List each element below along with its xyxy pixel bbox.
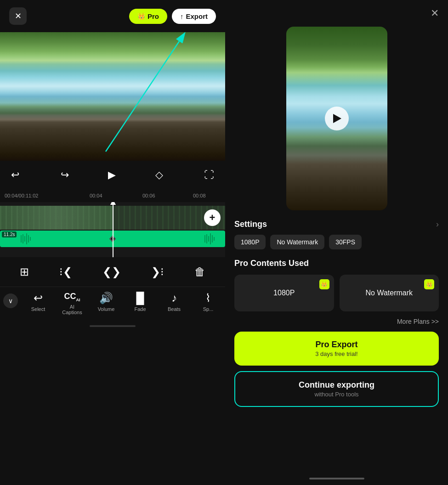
pro-export-title: Pro Export — [315, 340, 357, 350]
top-bar: ✕ 👑 Pro ↑ Export — [0, 0, 225, 32]
pro-crown-2: 👑 — [424, 279, 434, 289]
pro-export-button[interactable]: Pro Export 3 days free trial! — [234, 332, 439, 366]
export-label: Export — [186, 12, 208, 20]
continue-export-button[interactable]: Continue exporting without Pro tools — [234, 371, 439, 407]
caption-tool-button[interactable]: ⊞ — [15, 264, 34, 280]
left-close-button[interactable]: ✕ — [9, 7, 27, 25]
pro-export-sub: 3 days free trial! — [315, 350, 358, 357]
fullscreen-button[interactable]: ⛶ — [202, 167, 216, 183]
pro-cards: 1080P 👑 No Watermark 👑 — [234, 275, 439, 311]
settings-header: Settings › — [234, 220, 439, 229]
settings-title: Settings — [234, 220, 267, 229]
collapse-button[interactable]: ∨ — [3, 293, 18, 308]
pro-contents-title: Pro Contents Used — [234, 259, 439, 268]
bottom-padding — [225, 479, 448, 485]
time-current: 00:04/00:11:02 — [5, 193, 38, 198]
delete-button[interactable]: 🗑 — [190, 264, 210, 280]
speed-label: Sp... — [203, 306, 214, 312]
time-mark-2: 00:06 — [142, 193, 155, 198]
fade-label: Fade — [134, 306, 146, 312]
pro-label: Pro — [147, 12, 159, 20]
play-triangle-icon — [333, 114, 341, 123]
ai-captions-icon: CCAI — [64, 292, 80, 302]
cta-section: Pro Export 3 days free trial! Continue e… — [225, 332, 448, 407]
continue-export-title: Continue exporting — [299, 380, 374, 390]
settings-section: Settings › 1080P No Watermark 30FPS — [225, 220, 448, 249]
pill-30fps[interactable]: 30FPS — [329, 235, 362, 249]
continue-export-sub: without Pro tools — [314, 391, 358, 398]
left-panel: ✕ 👑 Pro ↑ Export — [0, 0, 225, 485]
tool-ai-captions[interactable]: CCAI AICaptions — [58, 292, 86, 315]
tool-volume[interactable]: 🔊 Volume — [92, 292, 120, 312]
beats-label: Beats — [168, 306, 181, 312]
settings-pills: 1080P No Watermark 30FPS — [234, 235, 439, 249]
video-preview — [0, 32, 225, 161]
time-mark-3: 00:08 — [193, 193, 206, 198]
export-icon: ↑ — [180, 12, 184, 20]
beats-icon: ♪ — [171, 292, 177, 305]
pro-card-no-watermark: No Watermark 👑 — [340, 275, 439, 311]
add-clip-button[interactable]: + — [204, 209, 221, 226]
edit-toolbar: ⊞ ⁝❮ ❮❯ ❯⁝ 🗑 — [0, 257, 225, 287]
right-top-bar: ✕ — [225, 0, 448, 27]
select-icon: ↩ — [34, 292, 43, 305]
trim-right-button[interactable]: ❯⁝ — [147, 264, 169, 280]
video-track-left — [0, 206, 113, 230]
chevron-down-icon: ∨ — [8, 297, 13, 305]
pro-button[interactable]: 👑 Pro — [129, 9, 167, 24]
svg-line-1 — [106, 41, 179, 152]
export-button[interactable]: ↑ Export — [172, 9, 216, 24]
pill-no-watermark[interactable]: No Watermark — [270, 235, 324, 249]
volume-icon: 🔊 — [99, 292, 113, 305]
redo-button[interactable]: ↪ — [59, 167, 71, 183]
tool-speed[interactable]: ⌇ Sp... — [194, 292, 222, 312]
split-button[interactable]: ❮❯ — [98, 264, 125, 280]
right-close-button[interactable]: ✕ — [431, 7, 439, 19]
speed-icon: ⌇ — [205, 292, 211, 305]
controls-bar: ↩ ↪ ▶ ◇ ⛶ — [0, 161, 225, 189]
ai-captions-label: AICaptions — [62, 304, 82, 315]
bottom-toolbar: ∨ ↩ Select CCAI AICaptions 🔊 Volume ▐▌ F… — [0, 287, 225, 322]
pro-crown-1: 👑 — [319, 279, 329, 289]
time-mark-1: 00:04 — [90, 193, 102, 198]
timeline-area: + 11.2s — [0, 202, 225, 257]
select-label: Select — [31, 306, 45, 312]
timeline-header: 00:04/00:11:02 00:04 00:06 00:08 — [0, 189, 225, 202]
arrow-svg — [0, 32, 225, 161]
pro-card-1080p: 1080P 👑 — [234, 275, 334, 311]
river-scene — [0, 32, 225, 161]
playhead — [113, 202, 113, 257]
tool-select[interactable]: ↩ Select — [24, 292, 52, 312]
more-plans-button[interactable]: More Plans >> — [225, 311, 448, 332]
tool-fade[interactable]: ▐▌ Fade — [126, 292, 154, 312]
duration-badge: 11.2s — [2, 231, 17, 237]
undo-button[interactable]: ↩ — [9, 167, 21, 183]
right-panel: ✕ Settings › 1080P No Watermark 30FPS Pr… — [225, 0, 448, 485]
crown-icon: 👑 — [137, 12, 145, 20]
pill-1080p[interactable]: 1080P — [234, 235, 266, 249]
spacer — [225, 407, 448, 471]
keyframe-button[interactable]: ◇ — [153, 167, 165, 183]
pro-card-no-watermark-label: No Watermark — [365, 289, 413, 297]
trim-left-button[interactable]: ⁝❮ — [55, 264, 77, 280]
top-actions: 👑 Pro ↑ Export — [129, 9, 216, 24]
bottom-scrollbar — [90, 325, 136, 327]
pro-contents-section: Pro Contents Used 1080P 👑 No Watermark 👑 — [225, 249, 448, 311]
volume-label: Volume — [98, 306, 115, 312]
fade-icon: ▐▌ — [132, 292, 148, 305]
tool-beats[interactable]: ♪ Beats — [160, 292, 188, 312]
play-button[interactable]: ▶ — [108, 169, 116, 181]
play-overlay-button[interactable] — [325, 107, 349, 130]
right-video-thumbnail — [286, 27, 387, 210]
settings-arrow-icon: › — [436, 220, 439, 229]
pro-card-1080p-label: 1080P — [273, 289, 295, 297]
